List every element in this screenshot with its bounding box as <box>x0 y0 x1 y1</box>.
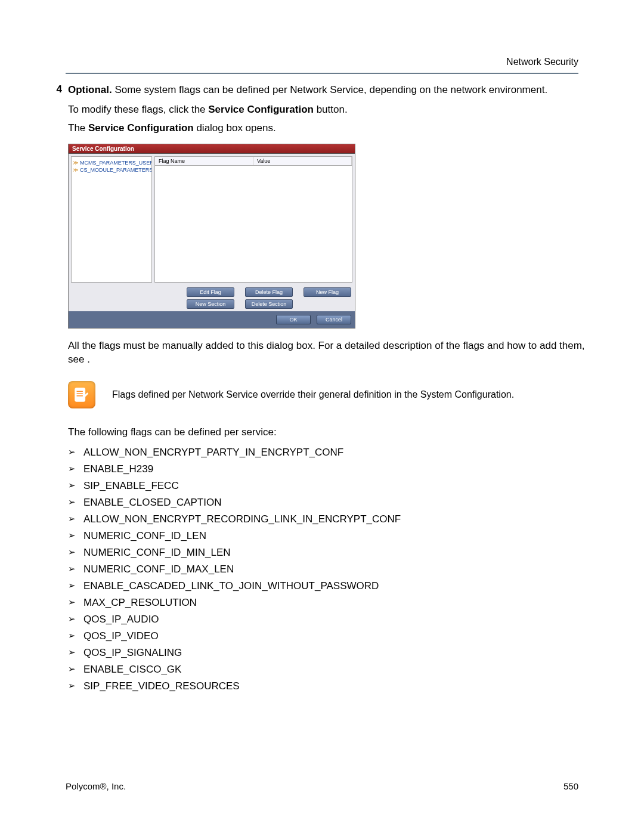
flag-item: QOS_IP_AUDIO <box>68 611 596 628</box>
step-number: 4 <box>48 83 62 95</box>
step-open-line: The Service Configuration dialog box ope… <box>68 122 596 135</box>
dialog-table-grid[interactable] <box>154 166 352 283</box>
step-body: Optional. Some system flags can be defin… <box>68 83 596 97</box>
flag-item: NUMERIC_CONF_ID_MIN_LEN <box>68 544 596 561</box>
dialog-table-header: Flag Name Value <box>154 156 352 166</box>
delete-flag-button[interactable]: Delete Flag <box>245 287 293 297</box>
header-rule <box>66 73 578 74</box>
dialog-title-bar: Service Configuration <box>69 144 355 154</box>
spacer <box>304 299 350 309</box>
flag-item: QOS_IP_VIDEO <box>68 628 596 645</box>
flag-item: NUMERIC_CONF_ID_LEN <box>68 528 596 544</box>
text: The <box>68 122 88 134</box>
tree-item-label: MCMS_PARAMETERS_USER <box>80 160 152 166</box>
flag-item: ENABLE_CISCO_GK <box>68 661 596 678</box>
dialog-table-wrap: Flag Name Value <box>154 156 352 283</box>
page-footer: Polycom®, Inc. 550 <box>66 781 578 791</box>
tree-item[interactable]: ≫MCMS_PARAMETERS_USER <box>73 159 150 166</box>
dialog-tree: ≫MCMS_PARAMETERS_USER ≫CS_MODULE_PARAMET… <box>71 156 152 283</box>
flag-item: SIP_ENABLE_FECC <box>68 478 596 494</box>
new-section-button[interactable]: New Section <box>187 299 234 309</box>
flag-item: MAX_CP_RESOLUTION <box>68 594 596 611</box>
service-configuration-dialog: Service Configuration ≫MCMS_PARAMETERS_U… <box>68 144 355 329</box>
tree-item-label: CS_MODULE_PARAMETERS <box>80 167 152 173</box>
flag-item: ENABLE_CLOSED_CAPTION <box>68 494 596 511</box>
step-4: 4 Optional. Some system flags can be def… <box>48 83 596 97</box>
tree-bullet-icon: ≫ <box>73 160 78 166</box>
text: button. <box>314 104 348 115</box>
col-value: Value <box>253 157 352 165</box>
note-icon <box>68 381 95 408</box>
note-text: Flags defined per Network Service overri… <box>112 388 514 401</box>
flag-item: ENABLE_H239 <box>68 461 596 478</box>
flag-item: QOS_IP_SIGNALING <box>68 645 596 661</box>
text: To modify these flags, click the <box>68 104 208 115</box>
delete-section-button[interactable]: Delete Section <box>245 299 293 309</box>
flag-item: SIP_FREE_VIDEO_RESOURCES <box>68 678 596 695</box>
ok-button[interactable]: OK <box>276 315 311 324</box>
dialog-footer: OK Cancel <box>69 311 355 328</box>
after-dialog-paragraph: All the flags must be manually added to … <box>68 339 596 367</box>
edit-flag-button[interactable]: Edit Flag <box>187 287 234 297</box>
svg-rect-0 <box>75 388 85 401</box>
page-header-title: Network Security <box>506 57 578 67</box>
flag-item: ENABLE_CASCADED_LINK_TO_JOIN_WITHOUT_PAS… <box>68 578 596 594</box>
step-lead-rest: Some system flags can be defined per Net… <box>112 84 547 95</box>
note-row: Flags defined per Network Service overri… <box>68 381 596 408</box>
new-flag-button[interactable]: New Flag <box>304 287 351 297</box>
flags-intro: The following flags can be defined per s… <box>68 426 596 438</box>
notepad-pencil-icon <box>73 386 91 404</box>
service-config-bold: Service Configuration <box>88 122 194 134</box>
page-content: 4 Optional. Some system flags can be def… <box>48 83 596 695</box>
footer-company: Polycom®, Inc. <box>66 781 126 791</box>
flag-item: ALLOW_NON_ENCRYPT_PARTY_IN_ENCRYPT_CONF <box>68 444 596 461</box>
document-page: Network Security 4 Optional. Some system… <box>0 0 644 833</box>
flag-item: ALLOW_NON_ENCRYPT_RECORDING_LINK_IN_ENCR… <box>68 511 596 528</box>
tree-item[interactable]: ≫CS_MODULE_PARAMETERS <box>73 166 150 174</box>
flags-list: ALLOW_NON_ENCRYPT_PARTY_IN_ENCRYPT_CONF … <box>68 444 596 695</box>
footer-page-number: 550 <box>564 781 578 791</box>
dialog-button-rows: Edit Flag Delete Flag New Flag New Secti… <box>69 285 355 311</box>
flag-item: NUMERIC_CONF_ID_MAX_LEN <box>68 561 596 578</box>
service-config-bold: Service Configuration <box>208 104 314 115</box>
col-flag-name: Flag Name <box>155 157 253 165</box>
step-lead-bold: Optional. <box>68 84 112 95</box>
dialog-body: ≫MCMS_PARAMETERS_USER ≫CS_MODULE_PARAMET… <box>69 154 355 285</box>
tree-bullet-icon: ≫ <box>73 167 78 173</box>
cancel-button[interactable]: Cancel <box>317 315 351 324</box>
step-modify-line: To modify these flags, click the Service… <box>68 103 596 117</box>
text: dialog box opens. <box>194 122 276 134</box>
